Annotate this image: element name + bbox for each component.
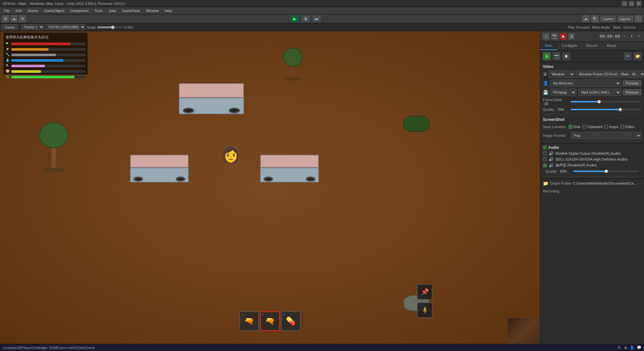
menu-component[interactable]: Component — [67, 8, 91, 13]
close-button[interactable]: ✕ — [636, 1, 641, 6]
encoder-select[interactable]: FFmpeg — [550, 89, 576, 96]
image-format-select[interactable]: Png Jpg Bmp — [571, 132, 641, 139]
layout-dropdown[interactable]: Layout — [618, 16, 633, 22]
clipboard-checkbox[interactable] — [582, 125, 586, 129]
toolbar-cd-btn[interactable]: ⊞ — [2, 15, 9, 22]
layers-dropdown[interactable]: Layers — [600, 16, 616, 22]
clipboard-checkbox-label[interactable]: Clipboard — [582, 125, 602, 129]
menu-jobs[interactable]: Jobs — [106, 8, 119, 13]
toolbar-settings-btn[interactable]: ⚙ — [19, 15, 26, 22]
minimize-button[interactable]: – — [622, 1, 627, 6]
hotbar-slot-3[interactable]: 3 💊 — [281, 311, 301, 331]
mode-stop-btn[interactable]: ⏹ — [562, 52, 570, 60]
source-select[interactable]: Window Game View Desktop — [549, 71, 575, 78]
menu-gametools[interactable]: GameTools — [119, 8, 143, 13]
display-dropdown[interactable]: Display 1 — [21, 24, 44, 30]
quality-video-label: Quality: 70% — [543, 108, 569, 111]
stats-btn[interactable]: Stats — [613, 25, 621, 29]
pause-button[interactable]: ⏸ — [302, 15, 310, 22]
health-bar-row: ❤ — [6, 42, 86, 46]
menu-gameobject[interactable]: GameObject — [42, 8, 67, 13]
magic-bar-bg — [11, 65, 86, 67]
quality-video-slider[interactable] — [571, 109, 641, 110]
hotbar-slot-1[interactable]: 1 🔫 — [239, 311, 259, 331]
gizmos-btn[interactable]: Gizmos — [624, 25, 636, 29]
tab-configure[interactable]: Configure — [557, 42, 582, 50]
menu-tools[interactable]: Tools — [92, 8, 105, 13]
imgur-checkbox-label[interactable]: Imgur — [604, 125, 618, 129]
tab-recent[interactable]: Recent — [582, 42, 602, 50]
editor-checkbox[interactable] — [620, 125, 624, 129]
disk-checkbox-label[interactable]: ✓ Disk — [569, 125, 580, 129]
source-icon: 🖥 — [543, 72, 547, 77]
menu-edit[interactable]: Edit — [13, 8, 24, 13]
play-button[interactable]: ▶ — [290, 15, 299, 22]
framerate-slider[interactable] — [571, 101, 641, 102]
tool-icon: 🔧 — [6, 53, 10, 57]
quality-audio-slider[interactable] — [573, 171, 639, 172]
editor-checkbox-label[interactable]: Editor — [620, 125, 635, 129]
screenshot-section-label: ScreenShot — [540, 115, 644, 123]
toolbar-right: ☁ 🔍 Layers Layout ⋮ — [582, 15, 642, 22]
panel-expand-btn[interactable]: ⬇ — [629, 34, 634, 39]
scale-slider[interactable] — [97, 26, 123, 28]
record-camera-btn[interactable]: 📷 — [551, 33, 558, 40]
tree-sprite-1 — [283, 47, 302, 81]
play-focused-btn[interactable]: Play Focused — [568, 25, 590, 29]
mode-record-btn[interactable]: ◉ — [543, 52, 551, 60]
audio-device-2-row: 🔊 DELL S2415H (NVIDIA High Definition Au… — [543, 156, 641, 162]
imgur-checkbox[interactable] — [604, 125, 608, 129]
panel-close-btn[interactable]: ✕ — [636, 34, 641, 39]
menu-file[interactable]: File — [1, 8, 12, 13]
tab-more-icon[interactable]: ⋮ — [638, 25, 643, 30]
record-pause-btn[interactable]: ⏸ — [568, 33, 575, 40]
record-home-btn[interactable]: ⌂ — [543, 33, 549, 40]
person-button[interactable]: 🧍 — [417, 302, 433, 318]
audio-device-2-checkbox[interactable] — [543, 157, 547, 161]
more-options-icon[interactable]: ⋮ — [635, 15, 642, 22]
resolution-dropdown[interactable]: Full HD (1920x1080) — [46, 24, 86, 30]
record-stop-btn[interactable]: ⏹ — [560, 33, 566, 40]
quest-hud: 使用斧头砍树收集木头[0/2] ❤ ⚡ 🔧 — [3, 32, 88, 75]
bush-sprite — [403, 116, 429, 132]
panel-minimize-btn[interactable]: — — [622, 34, 627, 39]
tab-about[interactable]: About — [602, 42, 621, 50]
tab-main[interactable]: Main — [540, 42, 557, 50]
audio-enabled-checkbox[interactable]: ✓ — [543, 146, 547, 150]
window-picker-select[interactable]: Window Picker (2DTest1 - Main - W... — [576, 71, 644, 78]
menu-help[interactable]: Help — [162, 8, 175, 13]
vehicle-1 — [179, 83, 244, 114]
codec-preview-btn[interactable]: Preview — [623, 89, 641, 95]
step-button[interactable]: ⏭ — [313, 15, 321, 22]
menu-assets[interactable]: Assets — [25, 8, 41, 13]
mode-camera-btn[interactable]: 📷 — [553, 52, 560, 60]
webcam-select[interactable]: No Webcam — [550, 80, 621, 87]
hotbar-slot-2[interactable]: 2 🔫 — [260, 311, 280, 331]
mute-audio-btn[interactable]: Mute Audio — [592, 25, 610, 29]
output-more-btn[interactable]: ··· — [638, 181, 641, 185]
menu-window[interactable]: Window — [143, 8, 161, 13]
game-tab[interactable]: Game — [1, 24, 18, 30]
maximize-button[interactable]: □ — [629, 1, 634, 6]
quality-video-thumb — [619, 108, 622, 111]
pin-button[interactable]: 📌 — [417, 284, 433, 300]
audio-device-1-checkbox[interactable] — [543, 151, 547, 155]
cloud-build-icon[interactable]: ☁ — [582, 15, 589, 22]
audio-device-2-icon: 🔊 — [549, 157, 554, 162]
codec-select[interactable]: Mp4 (x264 | AAC) — [578, 89, 621, 96]
record-panel: ⌂ 📷 ⏹ ⏸ 00:00:00 — ⬇ ✕ Main Configure Re… — [540, 31, 644, 344]
game-viewport[interactable]: 使用斧头砍树收集木头[0/2] ❤ ⚡ 🔧 — [0, 31, 540, 344]
game-tab-label: Game — [5, 25, 15, 29]
search-icon[interactable]: 🔍 — [591, 15, 598, 22]
audio-device-1-icon: 🔊 — [549, 151, 554, 156]
mode-pen-btn[interactable]: ✏ — [624, 52, 632, 60]
disk-checkbox[interactable]: ✓ — [569, 125, 572, 129]
mode-folder-btn[interactable]: 📁 — [634, 52, 641, 60]
mood-bar-row: 😊 — [6, 69, 86, 74]
toolbar-cloud-btn[interactable]: ☁ — [10, 15, 18, 22]
audio-device-3-checkbox[interactable]: ✓ — [543, 163, 547, 167]
webcam-preview-btn[interactable]: Preview — [623, 80, 641, 86]
water-bar-bg — [11, 59, 86, 62]
divider-1 — [543, 114, 641, 114]
window-controls: – □ ✕ — [622, 1, 641, 6]
